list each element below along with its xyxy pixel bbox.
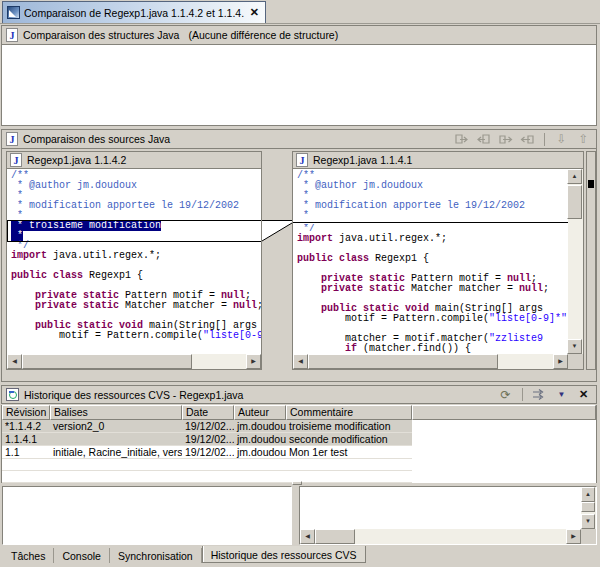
column-header-0[interactable]: Révision <box>2 405 50 420</box>
toolbar-separator <box>522 388 523 401</box>
view-menu-icon[interactable]: ▼ <box>553 387 570 403</box>
scroll-right-icon[interactable]: ▶ <box>246 354 261 369</box>
comment-text-area[interactable] <box>2 486 292 545</box>
code-line: * modification apportee le 19/12/2002 <box>297 201 568 211</box>
view-tab-synchronisation[interactable]: Synchronisation <box>110 548 202 563</box>
previous-difference-icon[interactable]: ⇧ <box>575 131 592 147</box>
java-structure-icon: J <box>6 28 18 42</box>
tags-text-area[interactable]: ▲ ▼ ◀ ▶ <box>299 486 597 545</box>
editor-tab-close-icon[interactable]: ✕ <box>248 7 261 18</box>
diff-overview-ruler[interactable] <box>586 151 596 370</box>
table-cell: initiale, Racine_initiale, version1... <box>50 446 182 458</box>
scroll-thumb[interactable] <box>315 529 355 544</box>
table-cell: version2_0 <box>50 420 182 432</box>
scroll-right-icon[interactable]: ▶ <box>553 354 568 369</box>
column-header-filler <box>412 405 596 420</box>
view-tab-t-ches[interactable]: Tâches <box>3 548 54 563</box>
right-compare-pane: J Regexp1.java 1.1.4.1 /** * @author jm.… <box>292 151 584 370</box>
copy-all-right-to-left-icon[interactable] <box>475 131 492 147</box>
right-horizontal-scrollbar[interactable]: ◀ ▶ <box>293 354 568 369</box>
java-source-icon: J <box>6 132 18 146</box>
code-line: motif = Pattern.compile("liste[0-9]*" <box>297 314 568 324</box>
scroll-down-icon[interactable]: ▼ <box>581 514 595 529</box>
view-close-icon[interactable]: ✕ <box>575 387 592 403</box>
table-row[interactable]: *1.1.4.2version2_019/12/02...jm.doudouxt… <box>2 420 412 433</box>
cvs-history-header: Historique des ressources CVS - Regexp1.… <box>1 385 597 404</box>
link-with-editor-icon[interactable] <box>531 387 548 403</box>
source-compare-header: J Comparaison des sources Java ⇩ ⇧ <box>2 130 596 149</box>
scroll-left-icon[interactable]: ◀ <box>300 529 315 544</box>
right-vertical-scrollbar[interactable]: ▲ ▼ <box>568 169 583 354</box>
source-compare-body: J Regexp1.java 1.1.4.2 /** * @author jm.… <box>2 149 596 380</box>
structure-compare-header: J Comparaison des structures Java (Aucun… <box>2 26 596 45</box>
code-line: * @author jm.doudoux <box>11 181 261 191</box>
copy-current-left-to-right-icon[interactable] <box>497 131 514 147</box>
code-line: public class Regexp1 { <box>11 271 261 281</box>
code-line: import java.util.regex.*; <box>11 251 261 261</box>
view-tab-historique-des-ressources-cvs[interactable]: Historique des ressources CVS <box>202 546 366 563</box>
revision-table-body: *1.1.4.2version2_019/12/02...jm.doudouxt… <box>2 420 596 459</box>
left-pane-title: Regexp1.java 1.1.4.2 <box>27 154 126 166</box>
editor-tab-title: Comparaison de Regexp1.java 1.1.4.2 et 1… <box>24 7 244 19</box>
copy-current-right-to-left-icon[interactable] <box>519 131 536 147</box>
table-cell: 19/12/02... <box>182 433 234 445</box>
code-line: private static Matcher matcher = null; <box>297 284 568 294</box>
code-line: * <box>11 231 261 241</box>
code-line: private static Matcher matcher = null; <box>11 301 261 311</box>
table-cell: jm.doudoux <box>234 446 286 458</box>
column-header-4[interactable]: Commentaire <box>286 405 412 420</box>
structure-compare-note: (Aucune différence de structure) <box>188 29 338 41</box>
diff-overview-marker[interactable] <box>588 180 594 188</box>
copy-all-left-to-right-icon[interactable] <box>453 131 470 147</box>
table-cell: 1.1.4.1 <box>2 433 50 445</box>
sash-handle[interactable] <box>292 481 302 485</box>
vertical-scrollbar[interactable]: ▲ ▼ <box>581 487 596 529</box>
column-header-1[interactable]: Balises <box>50 405 182 420</box>
scroll-thumb[interactable] <box>567 185 582 219</box>
code-line: * <box>297 211 568 221</box>
column-header-2[interactable]: Date <box>182 405 234 420</box>
scroll-right-icon[interactable]: ▶ <box>566 529 581 544</box>
table-cell: troisieme modification <box>286 420 412 432</box>
cvs-history-view-icon <box>6 388 19 401</box>
java-file-icon: J <box>10 153 22 167</box>
refresh-icon[interactable]: ⟳ <box>497 387 514 403</box>
code-line: public class Regexp1 { <box>297 254 568 264</box>
table-row[interactable]: 1.1.4.119/12/02...jm.doudouxseconde modi… <box>2 433 412 446</box>
left-code-area[interactable]: /** * @author jm.doudoux * * modificatio… <box>7 169 261 354</box>
code-line: * modification apportee le 19/12/2002 <box>11 201 261 211</box>
code-line: motif = Pattern.compile("liste[0-9]*" <box>11 331 261 341</box>
right-code-area-top[interactable]: /** * @author jm.doudoux * * modificatio… <box>293 169 568 224</box>
scroll-thumb[interactable] <box>308 354 498 369</box>
table-cell: 19/12/02... <box>182 446 234 458</box>
next-difference-icon[interactable]: ⇩ <box>553 131 570 147</box>
scroll-left-icon[interactable]: ◀ <box>293 354 308 369</box>
diff-connector-shape <box>262 151 292 370</box>
toolbar-separator <box>544 133 545 146</box>
code-line: import java.util.regex.*; <box>297 234 568 244</box>
scroll-down-icon[interactable]: ▼ <box>567 339 582 354</box>
right-code-area-bottom[interactable]: */import java.util.regex.*;public class … <box>293 224 568 354</box>
scroll-up-icon[interactable]: ▲ <box>567 169 582 184</box>
scroll-up-icon[interactable]: ▲ <box>581 487 595 502</box>
view-tab-console[interactable]: Console <box>54 548 110 563</box>
revision-table: RévisionBalisesDateAuteurCommentaire *1.… <box>1 405 597 483</box>
code-line: if (matcher.find()) { <box>297 344 568 354</box>
compare-editor-tab[interactable]: Comparaison de Regexp1.java 1.1.4.2 et 1… <box>2 1 266 23</box>
scroll-thumb[interactable] <box>22 354 192 369</box>
empty-table-row <box>2 459 412 471</box>
scroll-thumb[interactable] <box>581 502 595 512</box>
table-cell: seconde modification <box>286 433 412 445</box>
right-pane-title: Regexp1.java 1.1.4.1 <box>313 154 412 166</box>
horizontal-scrollbar[interactable]: ◀ ▶ <box>300 529 581 544</box>
scroll-left-icon[interactable]: ◀ <box>7 354 22 369</box>
empty-table-row <box>2 471 412 483</box>
structure-compare-title: Comparaison des structures Java <box>23 29 179 41</box>
column-header-3[interactable]: Auteur <box>234 405 286 420</box>
left-horizontal-scrollbar[interactable]: ◀ ▶ <box>7 354 261 369</box>
left-pane-header: J Regexp1.java 1.1.4.2 <box>7 152 261 169</box>
code-line: * troisieme modification <box>11 221 261 231</box>
left-compare-pane: J Regexp1.java 1.1.4.2 /** * @author jm.… <box>6 151 262 370</box>
diff-insertion-line <box>293 222 568 223</box>
table-row[interactable]: 1.1initiale, Racine_initiale, version1..… <box>2 446 412 459</box>
